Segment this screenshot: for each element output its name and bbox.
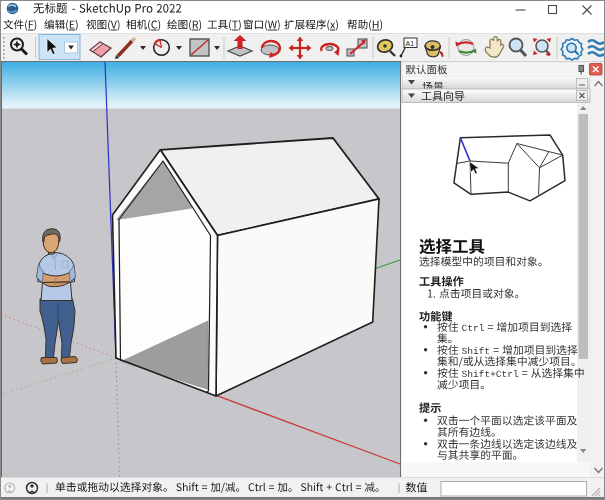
svg-text:A1: A1 [406,40,415,47]
